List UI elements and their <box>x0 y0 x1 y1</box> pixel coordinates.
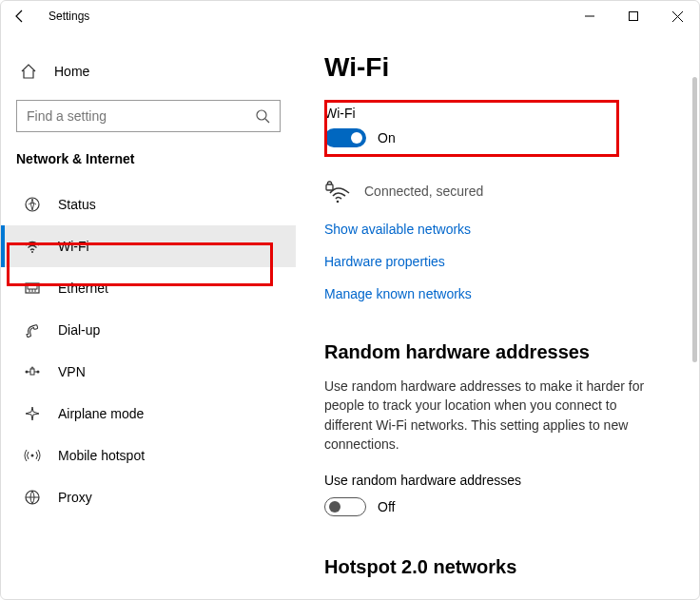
page-title: Wi-Fi <box>324 52 690 83</box>
svg-rect-21 <box>326 184 333 190</box>
sidebar-item-label: Proxy <box>58 490 92 505</box>
connection-status: Connected, secured <box>364 184 483 199</box>
wifi-secured-icon <box>324 178 351 204</box>
sidebar: Home Find a setting Network & Internet S… <box>1 31 296 599</box>
svg-point-4 <box>257 110 266 120</box>
back-button[interactable] <box>12 9 31 24</box>
proxy-icon <box>24 489 41 506</box>
titlebar: Settings <box>1 1 699 31</box>
svg-point-6 <box>26 198 39 211</box>
dialup-icon <box>24 321 41 339</box>
svg-rect-1 <box>630 12 638 21</box>
random-toggle-label: Use random hardware addresses <box>324 473 690 488</box>
sidebar-item-dialup[interactable]: Dial-up <box>1 309 296 351</box>
sidebar-item-hotspot[interactable]: Mobile hotspot <box>1 435 296 476</box>
sidebar-item-status[interactable]: Status <box>1 184 296 225</box>
svg-point-7 <box>31 251 33 253</box>
airplane-icon <box>24 405 41 422</box>
svg-point-20 <box>337 201 340 203</box>
random-addresses-title: Random hardware addresses <box>324 341 690 363</box>
sidebar-home-label: Home <box>54 64 89 79</box>
svg-line-5 <box>265 119 269 123</box>
search-icon <box>255 108 270 124</box>
hotspot-title: Hotspot 2.0 networks <box>324 556 690 578</box>
sidebar-item-label: VPN <box>58 364 86 379</box>
wifi-toggle-label: Wi-Fi <box>324 106 690 121</box>
content-pane: Wi-Fi Wi-Fi On Connec <box>296 31 699 599</box>
sidebar-item-label: Wi-Fi <box>58 239 89 254</box>
sidebar-item-airplane[interactable]: Airplane mode <box>1 393 296 435</box>
home-icon <box>20 63 37 80</box>
sidebar-item-vpn[interactable]: VPN <box>1 351 296 393</box>
wifi-toggle-state: On <box>378 130 396 145</box>
sidebar-item-label: Status <box>58 197 96 212</box>
svg-rect-9 <box>28 285 37 289</box>
svg-point-17 <box>31 455 34 457</box>
window-title: Settings <box>49 10 89 23</box>
link-manage-known[interactable]: Manage known networks <box>324 286 690 301</box>
sidebar-item-label: Airplane mode <box>58 406 144 421</box>
sidebar-item-label: Ethernet <box>58 281 108 296</box>
sidebar-item-label: Mobile hotspot <box>58 448 145 463</box>
search-placeholder: Find a setting <box>27 108 255 124</box>
sidebar-item-proxy[interactable]: Proxy <box>1 476 296 518</box>
scrollbar[interactable] <box>692 77 697 362</box>
random-toggle[interactable] <box>324 497 366 516</box>
hotspot-icon <box>24 447 41 464</box>
status-icon <box>24 196 41 213</box>
svg-rect-16 <box>30 369 34 375</box>
sidebar-item-ethernet[interactable]: Ethernet <box>1 267 296 309</box>
random-addresses-desc: Use random hardware addresses to make it… <box>324 377 648 454</box>
vpn-icon <box>24 363 41 380</box>
sidebar-home[interactable]: Home <box>1 52 296 90</box>
minimize-button[interactable] <box>568 1 612 31</box>
sidebar-item-label: Dial-up <box>58 322 100 338</box>
sidebar-item-wifi[interactable]: Wi-Fi <box>1 225 296 267</box>
random-toggle-state: Off <box>378 499 395 514</box>
close-button[interactable] <box>655 1 699 31</box>
sidebar-section-title: Network & Internet <box>1 147 296 174</box>
ethernet-icon <box>24 280 41 297</box>
link-show-networks[interactable]: Show available networks <box>324 222 690 237</box>
maximize-button[interactable] <box>612 1 655 31</box>
wifi-icon <box>24 238 41 255</box>
search-input[interactable]: Find a setting <box>16 100 281 132</box>
link-hardware-properties[interactable]: Hardware properties <box>324 254 690 269</box>
wifi-toggle[interactable] <box>324 128 366 147</box>
